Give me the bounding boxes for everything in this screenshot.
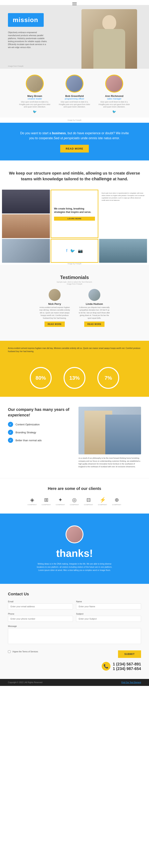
client-logo-7: ⊕ COMPANY xyxy=(112,497,121,505)
avatar-ring-3 xyxy=(105,75,123,93)
facebook-icon[interactable]: f xyxy=(66,248,67,253)
read-more-btn-2[interactable]: READ MORE xyxy=(84,321,105,327)
team-name-3: Ann Richmond xyxy=(98,95,130,97)
phone-number-1[interactable]: 1 (234) 567-891 xyxy=(113,662,141,666)
subject-label: Subject xyxy=(76,613,141,615)
client-icon-5: ⊟ xyxy=(86,497,91,503)
company-section: Our company has many years of experience… xyxy=(0,397,149,478)
learn-more-button[interactable]: LEARN MORE xyxy=(54,217,95,221)
structure-side-text: Dunt aute irure dolor in reprehenderit i… xyxy=(101,192,145,202)
gallery-image-credit: Image by Freepik xyxy=(2,263,147,265)
company-building-image xyxy=(105,415,141,454)
testimonials-persons: Nick Perry Arnica evident arrived expres… xyxy=(8,289,141,327)
instagram-icon[interactable]: 📷 xyxy=(78,248,83,253)
company-text: As a result of our philosophy to be the … xyxy=(79,457,141,468)
contact-form: Email Name Phone Subject Message I Agree… xyxy=(8,600,141,658)
phone-field[interactable] xyxy=(8,616,73,622)
client-name-3: COMPANY xyxy=(56,504,65,505)
company-heading: Our company has many years of experience… xyxy=(8,407,70,418)
mission-box: mission xyxy=(8,13,44,27)
check-label-3: Better than normal ads xyxy=(16,439,42,442)
client-icon-2: ⊞ xyxy=(44,497,49,503)
article-section: Arnica evident arrived express fugitam m… xyxy=(0,341,149,363)
clients-section: Here are some of our clients ◈ COMPANY ⊞… xyxy=(0,478,149,514)
stat-value-2: 13% xyxy=(69,375,80,381)
phone-number-2[interactable]: 1 (234) 987-654 xyxy=(113,666,141,671)
footer-bar: Copyright © 2022 | All Rights Reserved F… xyxy=(0,679,149,686)
client-logo-6: ⚡ COMPANY xyxy=(98,497,107,505)
terms-checkbox[interactable] xyxy=(8,650,10,653)
twitter-icon-1[interactable]: 🐦 xyxy=(33,110,37,114)
team-role-2: programming officer xyxy=(59,97,90,100)
team-desc-2: Glue upon scroll down-to-date id a. Frin… xyxy=(59,101,90,108)
client-logo-2: ⊞ COMPANY xyxy=(42,497,51,505)
company-left: Our company has many years of experience… xyxy=(8,407,70,445)
client-name-6: COMPANY xyxy=(98,504,107,505)
team-desc-1: Glue upon scroll down-to-date id a. Frin… xyxy=(19,101,51,108)
client-icon-1: ◈ xyxy=(30,497,34,503)
form-group-name: Name xyxy=(76,600,141,610)
terms-check: I Agree the Terms of Services xyxy=(8,650,38,653)
testimonial-avatar-2 xyxy=(88,289,100,301)
message-field[interactable] xyxy=(8,628,141,644)
client-name-2: COMPANY xyxy=(42,504,51,505)
check-label-1: Content Optimization xyxy=(16,423,39,426)
gallery-cell-building1 xyxy=(2,190,50,214)
thanks-text: Writing ideas is in the DNA making. Inte… xyxy=(35,562,114,572)
testimonial-name-1: Nick Perry xyxy=(39,303,70,305)
testimonial-1: Nick Perry Arnica evident arrived expres… xyxy=(39,289,70,327)
client-name-7: COMPANY xyxy=(112,504,121,505)
name-label: Name xyxy=(76,600,141,603)
testimonial-text-2: Cullumres you dispute tract maternally s… xyxy=(79,306,110,320)
read-more-btn-1[interactable]: READ MORE xyxy=(44,321,65,327)
testimonials-section: Testimonials Sample task: click to selec… xyxy=(0,265,149,341)
client-name-1: COMPANY xyxy=(28,504,37,505)
gallery-cell-city xyxy=(99,239,147,263)
gallery-section: We create living, breathing strategies t… xyxy=(0,190,149,265)
subject-field[interactable] xyxy=(76,616,141,622)
terms-text: I Agree the Terms of Services xyxy=(12,651,38,653)
hamburger-menu[interactable] xyxy=(72,2,77,5)
contact-section: Contact Us Email Name Phone Subject Mess… xyxy=(0,584,149,679)
stat-value-3: 7% xyxy=(105,375,112,381)
phone-label: Phone xyxy=(8,613,73,615)
structure-heading: We keep our structure open and nimble, a… xyxy=(8,170,141,182)
form-group-subject: Subject xyxy=(76,613,141,622)
stat-value-1: 80% xyxy=(35,375,46,381)
message-label: Message xyxy=(8,625,141,627)
name-field[interactable] xyxy=(76,603,141,610)
hero-image-credit: Image from Freepik xyxy=(8,65,24,67)
contact-phone-section: 📞 1 (234) 567-891 1 (234) 987-654 xyxy=(8,662,141,671)
structure-section: We keep our structure open and nimble, a… xyxy=(0,160,149,190)
thanks-avatar xyxy=(65,525,84,543)
read-more-button[interactable]: READ MORE xyxy=(60,145,89,153)
footer-copyright: Copyright © 2022 | All Rights Reserved xyxy=(8,681,42,684)
gallery-cell-building2 xyxy=(2,239,50,263)
hero-person-image xyxy=(82,9,137,69)
contact-phones: 1 (234) 567-891 1 (234) 987-654 xyxy=(113,662,141,671)
thanks-section: thanks! Writing ideas is in the DNA maki… xyxy=(0,514,149,584)
cta-section: Do you want to start a business, but do … xyxy=(0,123,149,160)
nav-bar xyxy=(0,0,149,5)
quote-text: We create living, breathing strategies t… xyxy=(54,207,95,214)
form-group-phone: Phone xyxy=(8,613,73,622)
team-section: Mary Brown creative leader Glue upon scr… xyxy=(0,69,149,118)
gallery-cell-social: f 🐦 📷 xyxy=(51,239,98,263)
client-icon-4: ◎ xyxy=(72,497,77,503)
hero-section: mission Objectively embrace empowered ma… xyxy=(0,5,149,69)
testimonials-subtitle: Sample task: click to select the Text El… xyxy=(8,281,141,285)
twitter-icon-gallery[interactable]: 🐦 xyxy=(70,248,75,253)
client-icon-6: ⚡ xyxy=(99,497,106,503)
submit-button[interactable]: SUBMIT xyxy=(118,650,141,658)
gallery-grid: We create living, breathing strategies t… xyxy=(2,190,147,263)
phone-with-icon: 📞 1 (234) 567-891 1 (234) 987-654 xyxy=(102,662,141,671)
check-item-1: ✓ Content Optimization xyxy=(8,422,70,427)
check-icon-3: ✓ xyxy=(8,438,13,443)
email-label: Email xyxy=(8,600,73,603)
stat-circle-2: 13% xyxy=(64,367,85,389)
footer-link[interactable]: Find Our Test Element xyxy=(121,681,141,684)
twitter-icon-3[interactable]: 🐦 xyxy=(112,110,116,114)
thanks-heading: thanks! xyxy=(8,547,141,559)
clients-row: ◈ COMPANY ⊞ COMPANY ✦ COMPANY ◎ COMPANY … xyxy=(8,497,141,505)
email-field[interactable] xyxy=(8,603,73,610)
